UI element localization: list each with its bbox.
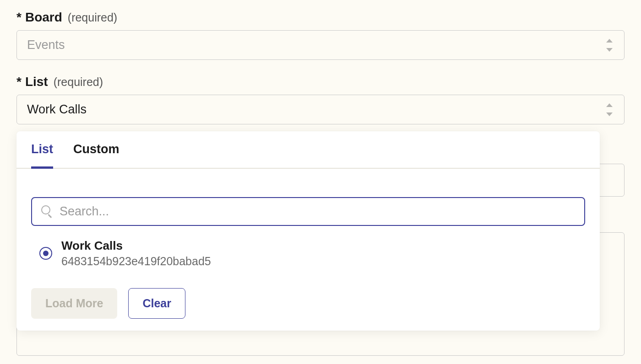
search-row[interactable] bbox=[31, 197, 585, 226]
list-label: List bbox=[25, 75, 48, 89]
dropdown-tabs: List Custom bbox=[16, 131, 600, 169]
tab-custom[interactable]: Custom bbox=[73, 142, 120, 169]
list-dropdown-panel: List Custom Work Calls 6483154b923e419f2… bbox=[16, 131, 600, 331]
field-board: * Board (required) Events bbox=[16, 10, 625, 60]
board-label-row: * Board (required) bbox=[16, 10, 625, 25]
list-select[interactable]: Work Calls bbox=[16, 95, 625, 124]
required-asterisk: * bbox=[16, 10, 22, 25]
load-more-button: Load More bbox=[31, 288, 117, 319]
radio-selected-icon[interactable] bbox=[39, 247, 52, 260]
chevron-sort-icon bbox=[605, 39, 614, 52]
board-label: Board bbox=[25, 10, 62, 25]
list-required-text: (required) bbox=[54, 75, 103, 89]
required-asterisk: * bbox=[16, 75, 22, 89]
board-select[interactable]: Events bbox=[16, 30, 625, 60]
search-icon bbox=[40, 205, 53, 218]
board-select-value: Events bbox=[27, 38, 65, 52]
list-select-value: Work Calls bbox=[27, 102, 87, 117]
dropdown-body: Work Calls 6483154b923e419f20babad5 bbox=[16, 169, 600, 270]
chevron-sort-icon bbox=[605, 103, 614, 116]
option-name: Work Calls bbox=[61, 239, 211, 253]
option-texts: Work Calls 6483154b923e419f20babad5 bbox=[61, 239, 211, 268]
list-label-row: * List (required) bbox=[16, 75, 625, 89]
field-list: * List (required) Work Calls bbox=[16, 75, 625, 124]
dropdown-buttons: Load More Clear bbox=[16, 270, 600, 319]
option-id: 6483154b923e419f20babad5 bbox=[61, 255, 211, 268]
list-option[interactable]: Work Calls 6483154b923e419f20babad5 bbox=[31, 226, 585, 270]
clear-button[interactable]: Clear bbox=[128, 288, 185, 319]
search-input[interactable] bbox=[60, 204, 576, 219]
board-required-text: (required) bbox=[68, 11, 117, 24]
tab-list[interactable]: List bbox=[31, 142, 53, 169]
